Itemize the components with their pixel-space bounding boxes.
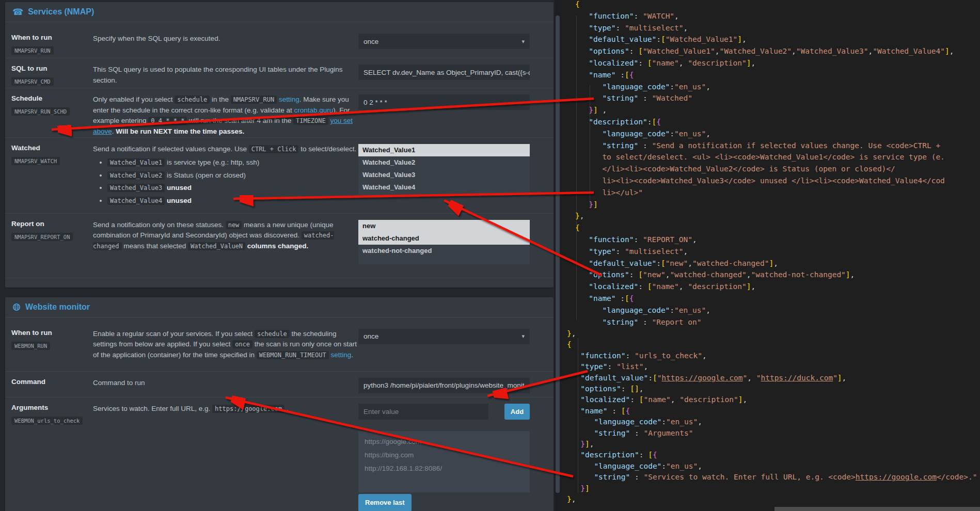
remove-last-button[interactable]: Remove last bbox=[358, 494, 412, 511]
website-monitor-section: Website monitor When to runWEBMON_RUNEna… bbox=[5, 297, 554, 511]
nmapsrv-run-select[interactable]: once▾ bbox=[358, 34, 530, 49]
inline-code-chip: schedule bbox=[255, 330, 290, 338]
inline-code-chip: once bbox=[232, 340, 252, 348]
inline-code-chip: Watched_Value3 bbox=[107, 184, 165, 192]
setting-key-chip: NMAPSRV_RUN bbox=[11, 46, 54, 55]
setting-control-column: once▾ bbox=[358, 34, 530, 58]
select-value: once bbox=[363, 332, 378, 340]
description-text: Send a notification only on these status… bbox=[93, 221, 226, 229]
url-listbox[interactable]: https://google.comhttps://bing.comhttp:/… bbox=[358, 431, 530, 492]
command-input[interactable]: python3 /home/pi/pialert/front/plugins/w… bbox=[358, 378, 530, 393]
settings-scrollbar[interactable] bbox=[555, 0, 561, 511]
setting-description: Send a notification only on these status… bbox=[93, 220, 358, 278]
multiselect-option-selected[interactable]: Watched_Value1 bbox=[358, 144, 530, 156]
setting-description: Services to watch. Enter full URL, e.g. … bbox=[93, 404, 358, 511]
multiselect-option[interactable]: Watched_Value2 bbox=[358, 156, 530, 169]
setting-control-column: python3 /home/pi/pialert/front/plugins/w… bbox=[358, 378, 530, 397]
multiselect-option[interactable]: Watched_Value3 bbox=[358, 169, 530, 181]
setting-row-nmapsrv-report-on: Report onNMAPSRV_REPORT_ONSend a notific… bbox=[5, 213, 554, 278]
multiselect-option-selected[interactable]: watched-changed bbox=[358, 232, 530, 245]
section-header: Website monitor bbox=[5, 297, 554, 317]
nmapsrv-cmd-input[interactable]: SELECT dv.dev_Name as Object_PrimaryID, … bbox=[358, 65, 530, 80]
nmapsrv-watch-multiselect[interactable]: Watched_Value1Watched_Value2Watched_Valu… bbox=[358, 144, 530, 196]
setting-label-column: When to runNMAPSRV_RUN bbox=[11, 34, 93, 58]
webmon-run-select[interactable]: once▾ bbox=[358, 329, 530, 344]
settings-panel: ☎ Services (NMAP) When to runNMAPSRV_RUN… bbox=[0, 0, 555, 511]
nmapsrv-run-schd-input[interactable]: 0 2 * * * bbox=[358, 94, 530, 110]
setting-row-command: CommandCommand to runpython3 /home/pi/pi… bbox=[5, 371, 554, 397]
setting-label-column: ArgumentsWEBMON_urls_to_check bbox=[11, 404, 93, 511]
setting-key-chip: WEBMON_urls_to_check bbox=[11, 417, 83, 425]
setting-key-chip: NMAPSRV_CMD bbox=[11, 77, 54, 86]
description-text: . bbox=[284, 405, 289, 412]
setting-control-column: newwatched-changedwatched-not-changed bbox=[358, 220, 530, 278]
setting-label-column: When to runWEBMON_RUN bbox=[11, 329, 93, 371]
description-text: Services to watch. Enter full URL, e.g. bbox=[93, 405, 212, 412]
url-list-item[interactable]: https://google.com bbox=[365, 435, 524, 449]
setting-description: This SQL query is used to populate the c… bbox=[93, 65, 358, 88]
setting-row-nmapsrv-cmd: SQL to runNMAPSRV_CMDThis SQL query is u… bbox=[5, 58, 554, 88]
watched-values-list: Watched_Value1 is service type (e.g.: ht… bbox=[93, 157, 358, 206]
description-text: is Status (open or closed) bbox=[165, 171, 246, 179]
setting-label-column: Report onNMAPSRV_REPORT_ON bbox=[11, 220, 93, 278]
url-list-item[interactable]: http://192.168.1.82:8086/ bbox=[365, 462, 524, 475]
inline-code-chip: WEBMON_RUN_TIMEOUT bbox=[257, 351, 329, 359]
setting-row-webmon-urls-to-check: ArgumentsWEBMON_urls_to_checkServices to… bbox=[5, 397, 554, 511]
plugin-config-json-continued[interactable]: }, { "function": "urls_to_check", "type"… bbox=[567, 328, 977, 511]
multiselect-option[interactable]: watched-not-changed bbox=[358, 245, 530, 257]
description-text: to select/deselect. bbox=[298, 145, 356, 153]
description-text: columns changed. bbox=[247, 242, 309, 250]
inline-code-chip: TIMEZONE bbox=[293, 117, 328, 125]
setting-label-column: ScheduleNMAPSRV_RUN_SCHD bbox=[11, 94, 93, 137]
scrollbar-thumb[interactable] bbox=[774, 507, 980, 511]
setting-description: Only enabled if you select schedule in t… bbox=[93, 94, 358, 137]
setting-label: Arguments bbox=[11, 404, 93, 411]
description-text: unused bbox=[167, 184, 192, 191]
inline-code-chip: Watched_Value1 bbox=[107, 158, 165, 167]
setting-key-chip: NMAPSRV_WATCH bbox=[11, 157, 60, 165]
settings-rows: When to runNMAPSRV_RUNSpecify when the S… bbox=[5, 22, 554, 278]
description-text: Enable a regular scan of your services. … bbox=[93, 330, 255, 338]
description-text: is service type (e.g.: http, ssh) bbox=[165, 158, 259, 166]
card-footer bbox=[5, 278, 554, 288]
url-list-item[interactable]: https://bing.com bbox=[365, 449, 524, 462]
inline-link[interactable]: crontab.guru bbox=[294, 106, 333, 114]
description-text: unused bbox=[167, 197, 192, 204]
globe-icon bbox=[12, 303, 21, 311]
url-input[interactable] bbox=[358, 404, 488, 420]
inline-link[interactable]: setting bbox=[330, 351, 351, 359]
setting-control-column: SELECT dv.dev_Name as Object_PrimaryID, … bbox=[358, 65, 530, 88]
inline-code-chip: Watched_Value4 bbox=[107, 197, 165, 205]
nmapsrv-report-on-multiselect[interactable]: newwatched-changedwatched-not-changed bbox=[358, 220, 530, 264]
setting-label: When to run bbox=[11, 329, 93, 337]
setting-control-column: once▾ bbox=[358, 329, 530, 371]
pialert-plugin-settings-page: ☎ Services (NMAP) When to runNMAPSRV_RUN… bbox=[0, 0, 980, 511]
list-item: Watched_Value3 unused bbox=[107, 183, 358, 194]
code-editor[interactable]: { "function": "WATCH", "type": "multisel… bbox=[561, 0, 980, 511]
setting-control-column: Addhttps://google.comhttps://bing.comhtt… bbox=[358, 404, 530, 511]
select-value: once bbox=[363, 38, 378, 45]
description-text: Specify when the SQL query is executed. bbox=[93, 35, 220, 42]
setting-label-column: SQL to runNMAPSRV_CMD bbox=[11, 65, 93, 88]
setting-description: Specify when the SQL query is executed. bbox=[93, 34, 358, 58]
multiselect-option[interactable]: Watched_Value4 bbox=[358, 181, 530, 194]
setting-key-chip: NMAPSRV_RUN_SCHD bbox=[11, 107, 70, 116]
setting-row-nmapsrv-watch: WatchedNMAPSRV_WATCHSend a notification … bbox=[5, 137, 554, 213]
scrollbar-thumb[interactable] bbox=[556, 15, 560, 493]
setting-label: Watched bbox=[11, 144, 93, 152]
inline-code-chip: NMAPSRV_RUN bbox=[231, 95, 277, 104]
setting-key-chip: NMAPSRV_REPORT_ON bbox=[11, 233, 73, 241]
setting-row-nmapsrv-run: When to runNMAPSRV_RUNSpecify when the S… bbox=[5, 27, 554, 58]
inline-code-chip: https://google.com bbox=[212, 405, 284, 413]
chevron-down-icon: ▾ bbox=[521, 333, 525, 340]
description-text: Will be run NEXT time the time passes. bbox=[116, 127, 244, 135]
description-text: This SQL query is used to populate the c… bbox=[93, 66, 343, 84]
multiselect-option-selected[interactable]: new bbox=[358, 220, 530, 232]
inline-link[interactable]: setting bbox=[279, 95, 299, 103]
plugin-config-json[interactable]: { "function": "WATCH", "type": "multisel… bbox=[575, 0, 954, 328]
editor-horizontal-scrollbar[interactable] bbox=[561, 507, 980, 511]
inline-code-chip: CTRL + Click bbox=[249, 145, 299, 153]
add-button[interactable]: Add bbox=[504, 404, 530, 420]
inline-code-chip: Watched_ValueN bbox=[188, 242, 245, 250]
description-text: Only enabled if you select bbox=[93, 95, 175, 103]
